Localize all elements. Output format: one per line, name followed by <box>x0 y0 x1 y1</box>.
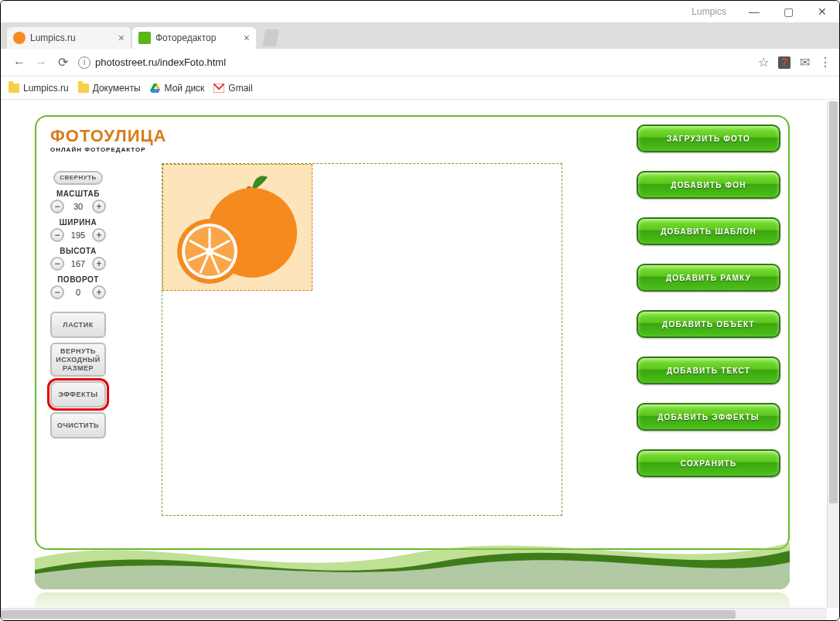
eraser-button[interactable]: ЛАСТИК <box>50 312 106 338</box>
bookmark-star-icon[interactable]: ☆ <box>758 55 769 70</box>
drive-icon <box>150 83 161 94</box>
logo: ФОТОУЛИЦА ОНЛАЙН ФОТОРЕДАКТОР <box>50 126 166 153</box>
gmail-icon <box>213 84 224 93</box>
height-increase[interactable]: + <box>92 257 106 271</box>
height-stepper: − 167 + <box>44 257 112 271</box>
right-toolbar: ЗАГРУЗИТЬ ФОТО ДОБАВИТЬ ФОН ДОБАВИТЬ ШАБ… <box>637 125 780 477</box>
site-info-icon[interactable]: i <box>78 56 90 69</box>
maximize-button[interactable]: ▢ <box>771 1 805 22</box>
scale-decrease[interactable]: − <box>50 200 64 213</box>
add-template-button[interactable]: ДОБАВИТЬ ШАБЛОН <box>637 217 780 245</box>
add-text-button[interactable]: ДОБАВИТЬ ТЕКСТ <box>637 357 780 384</box>
save-button[interactable]: СОХРАНИТЬ <box>637 449 780 477</box>
folder-icon <box>78 84 89 93</box>
width-increase[interactable]: + <box>92 228 106 242</box>
width-decrease[interactable]: − <box>50 228 64 242</box>
page-content: ФОТОУЛИЦА ОНЛАЙН ФОТОРЕДАКТОР <box>1 101 839 620</box>
vertical-scrollbar[interactable] <box>827 101 839 608</box>
scroll-thumb[interactable] <box>1 610 736 619</box>
favicon-icon <box>138 32 151 44</box>
url-text: photostreet.ru/indexFoto.html <box>95 56 226 68</box>
bookmark-documents[interactable]: Документы <box>78 83 141 94</box>
bookmark-drive[interactable]: Мой диск <box>150 83 205 94</box>
svg-point-16 <box>206 247 213 255</box>
scroll-thumb[interactable] <box>829 101 838 503</box>
add-object-button[interactable]: ДОБАВИТЬ ОБЪЕКТ <box>637 310 780 338</box>
favicon-icon <box>13 32 26 44</box>
bookmark-gmail[interactable]: Gmail <box>213 83 252 94</box>
tab-photoeditor[interactable]: Фоторедактор × <box>132 27 256 49</box>
selected-image[interactable] <box>162 164 312 291</box>
width-label: ШИРИНА <box>44 218 112 227</box>
scale-label: МАСШТАБ <box>44 189 112 198</box>
width-value: 195 <box>67 230 89 240</box>
back-button[interactable]: ← <box>9 52 30 73</box>
height-label: ВЫСОТА <box>44 247 112 255</box>
collapse-button[interactable]: СВЕРНУТЬ <box>53 171 103 185</box>
height-value: 167 <box>67 259 89 268</box>
minimize-button[interactable]: — <box>737 1 771 22</box>
editor-frame: ФОТОУЛИЦА ОНЛАЙН ФОТОРЕДАКТОР <box>35 115 790 550</box>
left-toolbar: СВЕРНУТЬ МАСШТАБ − 30 + ШИРИНА − 195 + В… <box>44 171 112 438</box>
add-frame-button[interactable]: ДОБАВИТЬ РАМКУ <box>637 264 780 292</box>
url-input[interactable]: i photostreet.ru/indexFoto.html <box>78 53 758 73</box>
orange-image <box>163 165 313 292</box>
add-background-button[interactable]: ДОБАВИТЬ ФОН <box>637 171 780 199</box>
new-tab-button[interactable] <box>262 29 279 46</box>
bookmarks-bar: Lumpics.ru Документы Мой диск Gmail <box>1 77 839 100</box>
scale-increase[interactable]: + <box>92 200 106 213</box>
menu-icon[interactable]: ⋮ <box>819 55 831 70</box>
browser-window: Lumpics — ▢ ✕ Lumpics.ru × Фоторедактор … <box>0 0 840 621</box>
forward-button[interactable]: → <box>30 52 52 73</box>
reset-size-button[interactable]: ВЕРНУТЬ ИСХОДНЫЙ РАЗМЕР <box>50 343 106 377</box>
close-icon[interactable]: × <box>112 32 125 44</box>
scale-value: 30 <box>67 202 89 211</box>
reload-button[interactable]: ⟳ <box>52 52 73 73</box>
clear-button[interactable]: ОЧИСТИТЬ <box>50 412 106 438</box>
rotate-decrease[interactable]: − <box>50 285 64 299</box>
close-icon[interactable]: × <box>237 32 250 44</box>
rotate-value: 0 <box>67 288 89 297</box>
horizontal-scrollbar[interactable] <box>1 608 827 620</box>
bookmark-lumpics[interactable]: Lumpics.ru <box>9 83 69 94</box>
add-effects-button[interactable]: ДОБАВИТЬ ЭФФЕКТЫ <box>637 403 780 431</box>
canvas[interactable] <box>162 163 562 516</box>
rotate-increase[interactable]: + <box>92 285 106 299</box>
tab-title: Фоторедактор <box>155 32 216 43</box>
mail-icon[interactable]: ✉ <box>800 55 810 70</box>
width-stepper: − 195 + <box>44 228 112 242</box>
effects-button[interactable]: ЭФФЕКТЫ <box>50 381 106 408</box>
logo-title: ФОТОУЛИЦА <box>50 126 166 145</box>
address-bar: ← → ⟳ i photostreet.ru/indexFoto.html ☆ … <box>1 49 839 77</box>
upload-photo-button[interactable]: ЗАГРУЗИТЬ ФОТО <box>637 125 780 152</box>
rotate-stepper: − 0 + <box>44 285 112 299</box>
tab-title: Lumpics.ru <box>30 32 76 43</box>
tab-lumpics[interactable]: Lumpics.ru × <box>7 27 131 49</box>
tab-strip: Lumpics.ru × Фоторедактор × <box>1 22 839 49</box>
height-decrease[interactable]: − <box>50 257 64 271</box>
titlebar: Lumpics — ▢ ✕ <box>1 1 839 22</box>
scale-stepper: − 30 + <box>44 200 112 213</box>
rotate-label: ПОВОРОТ <box>44 275 112 284</box>
logo-subtitle: ОНЛАЙН ФОТОРЕДАКТОР <box>50 146 166 153</box>
folder-icon <box>9 84 19 93</box>
window-title: Lumpics <box>691 6 726 17</box>
close-button[interactable]: ✕ <box>805 1 839 22</box>
hint-icon[interactable]: ❓ <box>778 56 790 69</box>
